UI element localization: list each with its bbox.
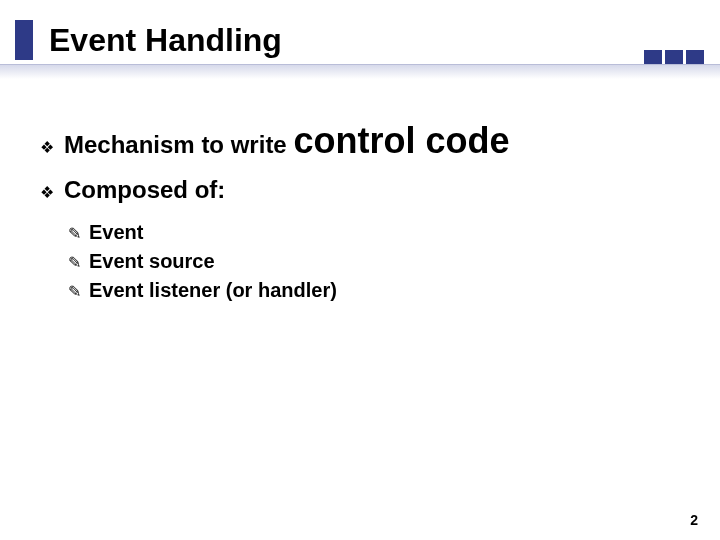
subbullet-2-text: Event source	[89, 250, 215, 273]
subbullet-3-text: Event listener (or handler)	[89, 279, 337, 302]
title-block-icon	[15, 20, 33, 60]
subbullet-2: ✎ Event source	[68, 250, 680, 275]
bullet-1: ❖ Mechanism to write control code	[40, 120, 680, 162]
subbullet-1-text: Event	[89, 221, 143, 244]
bullet-2: ❖ Composed of:	[40, 176, 680, 207]
subbullet-group: ✎ Event ✎ Event source ✎ Event listener …	[68, 221, 680, 304]
penpoint-icon: ✎	[68, 251, 81, 275]
diamond-icon: ❖	[40, 134, 54, 162]
diamond-icon: ❖	[40, 179, 54, 207]
slide: Event Handling ❖ Mechanism to write cont…	[0, 0, 720, 540]
penpoint-icon: ✎	[68, 222, 81, 246]
bullet-1-prefix: Mechanism to write	[64, 131, 293, 158]
bullet-1-text: Mechanism to write control code	[64, 120, 509, 162]
slide-body: ❖ Mechanism to write control code ❖ Comp…	[40, 120, 680, 308]
subbullet-3: ✎ Event listener (or handler)	[68, 279, 680, 304]
page-title: Event Handling	[49, 22, 282, 59]
penpoint-icon: ✎	[68, 280, 81, 304]
accent-blocks-icon	[644, 50, 704, 64]
bullet-2-prefix: Composed of:	[64, 176, 225, 203]
bullet-2-text: Composed of:	[64, 176, 225, 204]
title-underline-icon	[0, 64, 720, 79]
title-row: Event Handling	[0, 10, 720, 70]
subbullet-1: ✎ Event	[68, 221, 680, 246]
page-number: 2	[690, 512, 698, 528]
bullet-1-emphasis: control code	[293, 120, 509, 161]
